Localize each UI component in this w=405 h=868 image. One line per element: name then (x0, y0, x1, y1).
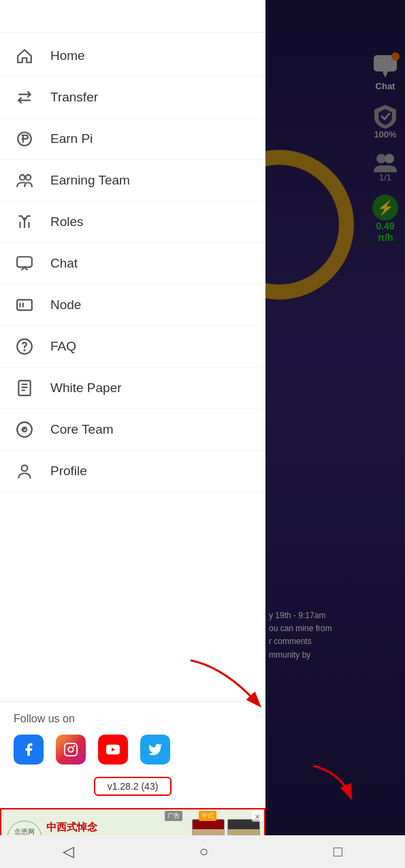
home-icon (14, 45, 35, 67)
core-team-icon (14, 419, 35, 440)
earning-team-icon (14, 170, 35, 191)
menu-item-chat[interactable]: Chat (0, 243, 265, 285)
svg-rect-11 (17, 257, 32, 267)
menu-item-white-paper[interactable]: White Paper (0, 368, 265, 409)
svg-point-16 (24, 350, 25, 351)
version-container: v1.28.2 (43) (0, 770, 265, 808)
svg-point-23 (22, 465, 28, 471)
svg-point-6 (20, 175, 25, 180)
menu-item-faq[interactable]: FAQ (0, 326, 265, 368)
svg-point-26 (74, 745, 76, 748)
svg-point-25 (68, 747, 73, 752)
roles-icon (14, 211, 35, 233)
svg-rect-24 (65, 743, 77, 756)
menu-label-core-team: Core Team (50, 422, 114, 437)
instagram-button[interactable] (56, 735, 86, 765)
menu-label-white-paper: White Paper (50, 381, 122, 396)
menu-item-roles[interactable]: Roles (0, 202, 265, 243)
earn-pi-icon (14, 128, 35, 150)
menu-label-transfer: Transfer (50, 90, 98, 105)
profile-icon (14, 460, 35, 482)
navigation-bar: ◁ ○ □ (0, 835, 405, 868)
white-paper-icon (14, 377, 35, 399)
navigation-drawer: Home Transfer Earn Pi (0, 0, 265, 868)
node-icon (14, 294, 35, 316)
menu-label-chat: Chat (50, 256, 78, 271)
recent-apps-button[interactable]: □ (323, 837, 353, 866)
menu-item-node[interactable]: Node (0, 285, 265, 326)
version-badge: v1.28.2 (43) (94, 777, 172, 796)
menu-label-earn-pi: Earn Pi (50, 131, 93, 146)
menu-item-core-team[interactable]: Core Team (0, 409, 265, 451)
menu-label-home: Home (50, 48, 85, 63)
menu-label-profile: Profile (50, 464, 87, 479)
facebook-button[interactable] (14, 735, 44, 765)
svg-text:念恩网: 念恩网 (14, 828, 35, 835)
svg-point-7 (26, 175, 31, 180)
ad-type-label: 广告 (165, 811, 182, 821)
social-icons (14, 735, 252, 765)
menu-item-home[interactable]: Home (0, 35, 265, 77)
menu-item-transfer[interactable]: Transfer (0, 77, 265, 118)
home-nav-button[interactable]: ○ (189, 837, 219, 866)
menu-label-node: Node (50, 298, 81, 312)
annotation-arrow-2 (306, 762, 361, 803)
menu-item-profile[interactable]: Profile (0, 451, 265, 492)
chat-menu-icon (14, 253, 35, 274)
menu-label-faq: FAQ (50, 339, 76, 354)
menu-label-earning-team: Earning Team (50, 173, 130, 188)
annotation-arrow-1 (184, 654, 272, 715)
ad-title: 中西式悼念 (46, 821, 97, 834)
svg-rect-12 (17, 300, 32, 310)
ad-label: 中式 (199, 811, 216, 821)
back-button[interactable]: ◁ (52, 837, 85, 866)
ad-close-button[interactable]: × (252, 811, 263, 822)
menu-item-earn-pi[interactable]: Earn Pi (0, 118, 265, 160)
menu-label-roles: Roles (50, 214, 84, 229)
twitter-button[interactable] (140, 735, 170, 765)
faq-icon (14, 336, 35, 357)
menu-item-earning-team[interactable]: Earning Team (0, 160, 265, 202)
menu-list: Home Transfer Earn Pi (0, 33, 265, 701)
youtube-button[interactable] (98, 735, 128, 765)
transfer-icon (14, 86, 35, 108)
drawer-topbar (0, 0, 265, 33)
